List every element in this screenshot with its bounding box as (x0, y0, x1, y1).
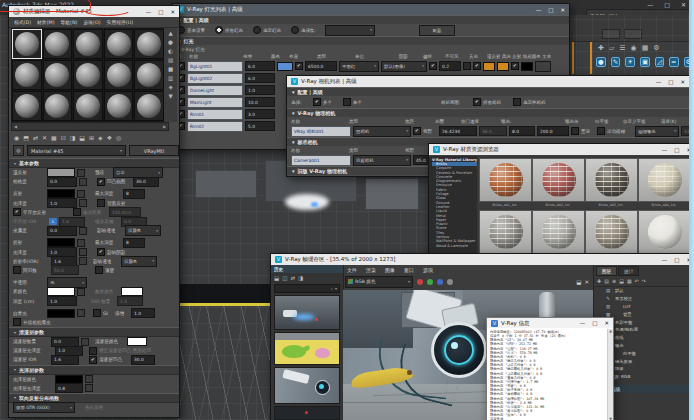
param-cell[interactable]: 1.0 (131, 308, 155, 318)
param-cell[interactable] (77, 288, 85, 296)
history-tool-icon[interactable]: ◨ (298, 275, 303, 281)
history-thumbnail[interactable] (274, 367, 340, 404)
light-cell[interactable]: 10.0 (245, 97, 275, 107)
material-thumbnail[interactable] (532, 210, 583, 254)
layers-tool-icon[interactable]: ✚ (597, 278, 601, 284)
param-cell[interactable] (77, 309, 85, 317)
param-cell[interactable] (85, 375, 93, 383)
param-cell[interactable] (47, 189, 75, 198)
param-cell[interactable] (47, 309, 75, 318)
param-cell[interactable] (87, 169, 93, 177)
param-cell[interactable] (91, 338, 93, 346)
frame-buffer-titlebar[interactable]: V V-Ray 帧缓存区 - [35.4% of 2000 x 1273] —□… (271, 254, 694, 265)
config-cell[interactable] (377, 26, 417, 34)
rollout-header[interactable]: ▾配置 | 高级 (173, 15, 569, 24)
param-cell[interactable] (79, 248, 87, 256)
param-cell[interactable] (87, 218, 93, 226)
param-cell[interactable]: 光泽层光泽度 (13, 384, 53, 392)
param-cell[interactable]: 1.6 (51, 355, 79, 365)
material-sample[interactable] (73, 60, 103, 90)
menu-item[interactable]: 文件 (347, 267, 357, 273)
editor-tool-icon[interactable]: ◉ (14, 134, 19, 141)
material-thumbnail[interactable] (638, 210, 689, 254)
rollout-header[interactable]: ▾光泽层参数 (9, 365, 179, 375)
config-cell[interactable]: 所有灯光 (225, 26, 251, 34)
close-icon[interactable]: ✕ (560, 7, 565, 13)
param-cell[interactable]: 凹凸贴图 (107, 178, 131, 186)
param-cell[interactable]: 阿贝数 (23, 266, 49, 274)
param-cell[interactable] (121, 287, 143, 296)
param-cell[interactable]: 0.0 (47, 177, 77, 187)
menu-item[interactable]: 图像 (385, 267, 395, 273)
param-cell[interactable]: 清漆层光泽度 (13, 347, 53, 355)
param-cell[interactable]: 清漆层 IOR (13, 356, 49, 364)
light-cell[interactable]: ✔ (473, 62, 481, 70)
camera-row[interactable]: VRay 相机001照相机✔视野26.423436.08.0200.0景深运动模… (287, 125, 689, 137)
light-cell[interactable]: 默认(图像) (381, 61, 427, 72)
param-cell[interactable]: 微面 GTR (GGX) (13, 402, 75, 413)
command-tab-icon[interactable]: ✚ (598, 44, 604, 52)
param-cell[interactable]: 清漆层凹凸 (99, 356, 129, 364)
material-sample[interactable] (12, 60, 42, 90)
param-cell[interactable]: GI (103, 309, 113, 317)
object-tab-icon[interactable]: ◿ (655, 57, 664, 67)
rollout-header[interactable]: ▾配置 | 高级 (287, 87, 689, 96)
camera-cell[interactable]: 36.0 (479, 126, 507, 136)
param-cell[interactable]: 折射率(IOR) (13, 257, 49, 265)
rollout-header[interactable]: ▾清漆层参数 (9, 327, 179, 337)
history-tool-icon[interactable]: ◫ (282, 275, 287, 281)
editor-tool-icon[interactable]: ❖ (107, 134, 112, 141)
config-cell[interactable]: 选择集: (301, 26, 323, 34)
layer-row[interactable]: ✎ 显示校正 (594, 295, 694, 303)
menu-item[interactable]: 窗口 (404, 267, 414, 273)
select-cell[interactable]: 相机视图: (441, 98, 471, 106)
config-cell[interactable] (215, 26, 223, 34)
menu-item[interactable]: 材质(M) (37, 19, 54, 25)
minimize-icon[interactable]: — (647, 1, 653, 8)
param-cell[interactable]: 30.0 (133, 177, 159, 187)
param-cell[interactable]: 漫反射 (13, 169, 45, 177)
light-cell[interactable] (483, 62, 495, 71)
light-cell[interactable]: 3.0 (245, 109, 275, 119)
layer-row[interactable]: ▤ 默认 (594, 287, 694, 295)
param-cell[interactable]: 清漆层颜色 (95, 338, 125, 346)
light-cell[interactable]: 0.2 (439, 61, 461, 71)
light-cell[interactable]: 5.0 (245, 121, 275, 131)
param-cell[interactable]: 菲涅尔 IOR (13, 218, 47, 226)
command-panel-tabs[interactable]: ✚▱☰◉▦⚙ (598, 44, 660, 52)
material-type-button[interactable]: VRayMtl (129, 145, 179, 156)
param-cell[interactable]: 8 (123, 238, 145, 248)
material-sample[interactable] (43, 29, 73, 59)
material-sample[interactable] (73, 29, 103, 59)
sample-tool-icon[interactable]: ● (168, 39, 173, 45)
layer-row[interactable]: ▥ LUT (594, 303, 694, 311)
minimize-icon[interactable]: — (662, 147, 668, 153)
param-cell[interactable]: 影响通道 (93, 257, 119, 265)
camera-cell[interactable]: ✔ (413, 127, 421, 135)
param-cell[interactable]: 菲涅尔反射 (23, 208, 57, 216)
param-cell[interactable] (89, 227, 95, 235)
config-cell[interactable]: 选定灯光 (263, 26, 289, 34)
menu-item[interactable]: 渲染 (366, 267, 376, 273)
maximize-icon[interactable]: □ (592, 320, 597, 326)
param-cell[interactable]: 仅颜色 (125, 225, 161, 236)
param-cell[interactable]: 最大深度 (95, 190, 121, 198)
camera-cell[interactable]: 运动模糊 (607, 127, 633, 135)
select-cell[interactable]: 单个 (353, 98, 371, 106)
select-cell[interactable]: 选定的相机 (523, 98, 557, 106)
menu-item[interactable]: 实用程序(U) (107, 19, 133, 25)
editor-tool-icon[interactable]: ◈ (98, 134, 103, 141)
category-item[interactable]: Wood & Laminate (432, 244, 480, 248)
editor-tool-icon[interactable]: ◎ (116, 134, 121, 141)
material-library-titlebar[interactable]: V V-Ray 材质资源浏览器 —□✕ (429, 144, 694, 155)
param-cell[interactable] (81, 338, 89, 346)
param-cell[interactable]: 金属度 (13, 227, 45, 235)
buffer-tool-icon[interactable]: ⬓ (576, 279, 581, 285)
scroll-up-icon[interactable]: ▲ (609, 329, 612, 333)
menu-item[interactable]: 导航(N) (61, 19, 78, 25)
param-cell[interactable]: 30.0 (131, 355, 155, 365)
object-tab-icon[interactable]: ≈ (669, 57, 678, 67)
param-cell[interactable]: ✔ (89, 356, 97, 364)
menu-item[interactable]: 模式(D) (14, 19, 31, 25)
light-cell[interactable]: DomeLight (187, 85, 243, 96)
